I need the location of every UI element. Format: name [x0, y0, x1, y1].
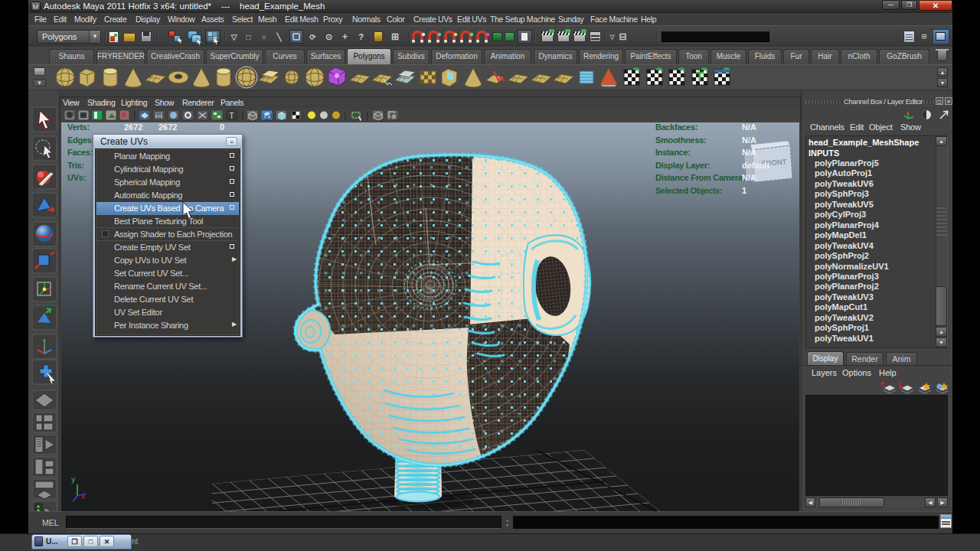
svg-text:x: x: [81, 492, 85, 500]
svg-text:y: y: [71, 474, 76, 484]
svg-text:T: T: [229, 112, 234, 120]
